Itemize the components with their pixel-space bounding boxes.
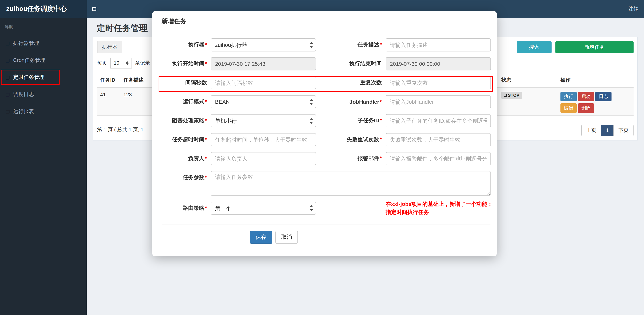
log-button[interactable]: 日志: [595, 92, 612, 101]
square-outline-icon: [6, 59, 9, 62]
sidebar-toggle-icon[interactable]: [92, 7, 96, 11]
block-strategy-select[interactable]: 单机串行: [211, 114, 316, 127]
job-handler-label: JobHandler*: [316, 99, 382, 105]
delete-button[interactable]: 删除: [578, 103, 594, 113]
select-arrows-icon: [307, 96, 316, 108]
brand-logo: zuihou任务调度中心: [0, 0, 87, 18]
sidebar-item-label: Cron任务管理: [13, 57, 46, 64]
repeat-input[interactable]: [386, 76, 491, 89]
next-page-button[interactable]: 下页: [614, 125, 634, 136]
repeat-label: 重复次数: [316, 79, 382, 86]
child-job-label: 子任务ID*: [316, 117, 382, 124]
select-arrows-icon: [307, 115, 316, 127]
square-outline-icon: [6, 93, 9, 96]
alarm-email-label: 报警邮件*: [316, 155, 382, 162]
add-task-button[interactable]: 新增任务: [556, 41, 634, 53]
per-page-select[interactable]: 10: [110, 58, 132, 69]
select-arrows-icon: [307, 202, 316, 214]
required-star: *: [205, 60, 207, 67]
required-star: *: [205, 205, 207, 211]
search-button[interactable]: 搜索: [517, 41, 552, 53]
executor-filter-label: 执行器: [97, 41, 122, 53]
route-strategy-select[interactable]: 第一个: [211, 202, 316, 215]
pagination-info: 第 1 页 ( 总共 1 页, 1: [97, 126, 144, 133]
timeout-label: 任务超时时间*: [158, 136, 207, 143]
square-outline-icon: [6, 76, 9, 79]
executor-select[interactable]: zuihou执行器: [211, 38, 316, 52]
feature-note-line2: 指定时间执行任务: [386, 208, 497, 216]
modal-footer: 保存 取消: [158, 224, 497, 244]
sidebar-item-executor-mgmt[interactable]: 执行器管理: [0, 35, 87, 52]
job-desc-input[interactable]: [386, 38, 491, 52]
square-outline-icon: [6, 110, 9, 113]
add-task-modal: 新增任务 执行器* zuihou执行器 任务描述* 执行开始时间* 执行结束时间…: [152, 11, 497, 256]
sidebar-item-run-report[interactable]: 运行报表: [0, 103, 87, 120]
glue-type-select[interactable]: BEAN: [211, 95, 316, 108]
feature-note-line1: 在xxl-jobs项目的基础上，新增了一个功能：: [386, 200, 497, 208]
sidebar: 导航 执行器管理 Cron任务管理 定时任务管理 调度日志 运行报表: [0, 18, 87, 315]
modal-header: 新增任务: [152, 11, 497, 31]
alarm-email-input[interactable]: [386, 152, 491, 165]
interval-label: 间隔秒数: [158, 79, 207, 86]
start-time-label: 执行开始时间*: [158, 60, 207, 67]
per-page-value: 10: [114, 60, 119, 66]
per-page-suffix-label: 条记录: [135, 60, 150, 67]
pagination: 上页 1 下页: [581, 125, 634, 136]
retry-input[interactable]: [386, 133, 491, 146]
block-strategy-label: 阻塞处理策略*: [158, 117, 207, 124]
job-handler-input[interactable]: [386, 95, 491, 108]
executor-label: 执行器*: [158, 41, 207, 48]
sidebar-item-timed-task-mgmt[interactable]: 定时任务管理: [0, 69, 87, 86]
job-param-label: 任务参数*: [158, 171, 207, 181]
owner-input[interactable]: [211, 152, 316, 165]
prev-page-button[interactable]: 上页: [581, 125, 602, 136]
start-button[interactable]: 启动: [578, 92, 594, 101]
cell-status: STOP: [498, 88, 557, 103]
select-arrows-icon: [307, 39, 316, 51]
required-star: *: [205, 174, 207, 180]
child-job-input[interactable]: [386, 114, 491, 127]
status-badge: STOP: [501, 92, 522, 99]
square-outline-icon: [6, 42, 9, 45]
page-1-button[interactable]: 1: [601, 125, 614, 136]
glue-type-label: 运行模式*: [158, 98, 207, 105]
required-star: *: [205, 155, 207, 161]
form-row-1: 执行器* zuihou执行器 任务描述*: [158, 38, 497, 52]
col-header-status: 状态: [498, 73, 557, 87]
select-arrows-icon: [122, 58, 132, 68]
start-time-input[interactable]: [211, 57, 316, 70]
app-root: zuihou任务调度中心 注销 导航 执行器管理 Cron任务管理 定时任务管理…: [0, 0, 644, 315]
sidebar-item-cron-task-mgmt[interactable]: Cron任务管理: [0, 52, 87, 69]
execute-button[interactable]: 执行: [560, 92, 577, 101]
save-button[interactable]: 保存: [250, 231, 272, 244]
required-star: *: [380, 41, 382, 48]
stop-square-icon: [504, 94, 507, 97]
job-desc-label: 任务描述*: [316, 41, 382, 48]
required-star: *: [205, 98, 207, 105]
cell-actions: 执行启动日志 编辑删除: [557, 88, 634, 119]
sidebar-item-schedule-log[interactable]: 调度日志: [0, 86, 87, 103]
sidebar-item-label: 执行器管理: [13, 40, 39, 47]
form-row-3: 间隔秒数 重复次数: [158, 76, 497, 89]
sidebar-item-label: 调度日志: [13, 91, 34, 98]
job-param-textarea[interactable]: [211, 171, 491, 196]
required-star: *: [380, 99, 382, 105]
logout-link[interactable]: 注销: [628, 0, 638, 18]
required-star: *: [380, 117, 382, 123]
form-row-4: 运行模式* BEAN JobHandler*: [158, 95, 497, 108]
required-star: *: [205, 136, 207, 142]
form-row-route: 路由策略* 第一个 在xxl-jobs项目的基础上，新增了一个功能： 指定时间执…: [158, 202, 497, 215]
form-row-6: 任务超时时间* 失败重试次数*: [158, 133, 497, 146]
end-time-input[interactable]: [386, 57, 491, 70]
required-star: *: [205, 117, 207, 123]
col-header-task-id: 任务ID: [97, 73, 120, 87]
required-star: *: [205, 41, 207, 48]
edit-button[interactable]: 编辑: [560, 103, 577, 113]
retry-label: 失败重试次数*: [316, 136, 382, 143]
owner-label: 负责人*: [158, 155, 207, 162]
per-page-prefix-label: 每页: [97, 60, 107, 67]
form-row-5: 阻塞处理策略* 单机串行 子任务ID*: [158, 114, 497, 127]
cancel-button[interactable]: 取消: [276, 231, 298, 244]
timeout-input[interactable]: [211, 133, 316, 146]
interval-input[interactable]: [211, 76, 316, 89]
